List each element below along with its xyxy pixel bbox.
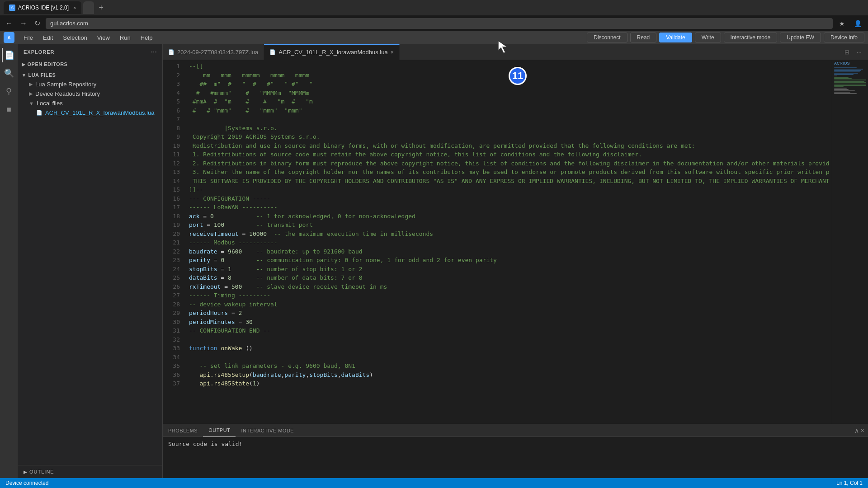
sidebar-item-device-readouts-label: Device Readouts History: [35, 90, 100, 97]
menu-run[interactable]: Run: [115, 33, 135, 43]
split-editor-button[interactable]: ⊞: [842, 48, 852, 56]
panel-collapse-button[interactable]: ∧: [854, 427, 859, 434]
outline-section-header[interactable]: ▶ Outline: [24, 469, 157, 474]
more-actions-button[interactable]: ···: [854, 48, 864, 56]
profile-button[interactable]: 👤: [851, 20, 864, 27]
folder-open-icon: ▼: [29, 101, 34, 106]
menu-file[interactable]: File: [19, 33, 38, 43]
tab2-icon: 📄: [269, 49, 276, 55]
browser-tab-inactive[interactable]: [83, 1, 94, 14]
tab-favicon: A: [9, 5, 15, 11]
read-button[interactable]: Read: [630, 33, 657, 42]
panel-content: Source code is valid!: [163, 437, 868, 478]
write-button[interactable]: Write: [695, 33, 721, 42]
activity-bar: 📄 🔍 ⚲ ■: [0, 44, 18, 478]
menu-edit[interactable]: Edit: [38, 33, 57, 43]
panel-tab-interactive[interactable]: Interactive Mode: [236, 424, 299, 437]
activity-explorer[interactable]: 📄: [2, 48, 16, 62]
open-editors-label: Open Editors: [28, 61, 68, 67]
editor-area: 📄 2024-09-27T08:03:43.797Z.lua 📄 ACR_CV_…: [163, 44, 868, 478]
menu-bar: A File Edit Selection View Run Help Disc…: [0, 31, 868, 44]
sidebar-item-local-files[interactable]: ▼ Local files: [18, 99, 162, 108]
forward-button[interactable]: →: [18, 19, 29, 28]
editor-tab-2[interactable]: 📄 ACR_CV_101L_R_X_lorawanModbus.lua ×: [264, 44, 399, 60]
panel: Problems Output Interactive Mode ∧ × Sou…: [163, 424, 868, 478]
activity-search[interactable]: 🔍: [2, 66, 16, 80]
editor-tab-1-label: 2024-09-27T08:03:43.797Z.lua: [177, 49, 258, 56]
sidebar-outline: ▶ Outline: [18, 465, 162, 478]
editor-tab-actions: ⊞ ···: [842, 48, 868, 56]
code-editor[interactable]: 12345 678910 1112131415 1617181920 21222…: [163, 60, 868, 424]
app-logo: A: [4, 32, 14, 43]
output-text: Source code is valid!: [168, 441, 242, 447]
editor-tabs: 📄 2024-09-27T08:03:43.797Z.lua 📄 ACR_CV_…: [163, 44, 868, 60]
lua-files-section: ▼ Lua Files ▶ Lua Sample Repository ▶ De…: [18, 70, 162, 119]
tab-title: ACRIOS IDE [v1.2.0]: [18, 5, 69, 11]
back-button[interactable]: ←: [4, 19, 14, 28]
sidebar-more-button[interactable]: ···: [151, 48, 157, 56]
panel-tabs: Problems Output Interactive Mode ∧ ×: [163, 424, 868, 437]
refresh-button[interactable]: ↻: [33, 19, 42, 28]
outline-label: Outline: [29, 469, 54, 474]
sidebar-header: Explorer ···: [18, 44, 162, 60]
open-editors-chevron: ▶: [22, 62, 26, 67]
sidebar-item-local-files-label: Local files: [37, 100, 63, 107]
main-content: 📄 🔍 ⚲ ■ Explorer ··· ▶ Open Editors ▼ Lu…: [0, 44, 868, 478]
device-connected-status: Device connected: [5, 480, 48, 486]
device-info-button[interactable]: Device Info: [824, 33, 864, 42]
update-fw-button[interactable]: Update FW: [780, 33, 821, 42]
new-tab-button[interactable]: +: [96, 3, 106, 13]
menu-view[interactable]: View: [93, 33, 114, 43]
panel-tab-actions: ∧ ×: [854, 427, 868, 434]
tab-bar: A ACRIOS IDE [v1.2.0] × +: [4, 1, 106, 14]
interactive-mode-button[interactable]: Interactive mode: [724, 33, 778, 42]
editor-tab-2-label: ACR_CV_101L_R_X_lorawanModbus.lua: [278, 49, 387, 56]
tab2-close-button[interactable]: ×: [391, 49, 394, 56]
minimap-code: [832, 66, 868, 95]
sidebar-item-acr-file[interactable]: 📄 ACR_CV_101L_R_X_lorawanModbus.lua: [18, 108, 162, 117]
outline-chevron: ▶: [24, 469, 28, 474]
tab1-icon: 📄: [168, 49, 175, 55]
lua-files-chevron: ▼: [22, 73, 26, 78]
browser-chrome: A ACRIOS IDE [v1.2.0] × +: [0, 0, 868, 16]
editor-tab-1[interactable]: 📄 2024-09-27T08:03:43.797Z.lua: [163, 44, 264, 60]
folder-icon-2: ▶: [29, 91, 33, 97]
panel-close-button[interactable]: ×: [861, 427, 864, 434]
disconnect-button[interactable]: Disconnect: [587, 33, 627, 42]
cursor-position: Ln 1, Col 1: [836, 480, 863, 486]
status-bar: Device connected Ln 1, Col 1: [0, 478, 868, 488]
app: A File Edit Selection View Run Help Disc…: [0, 31, 868, 488]
sidebar-item-lua-sample[interactable]: ▶ Lua Sample Repository: [18, 80, 162, 89]
menu-selection[interactable]: Selection: [58, 33, 91, 43]
open-editors-section: ▶ Open Editors: [18, 60, 162, 70]
tab-close-button[interactable]: ×: [73, 5, 76, 10]
sidebar-item-lua-sample-label: Lua Sample Repository: [35, 81, 96, 88]
menu-help[interactable]: Help: [136, 33, 157, 43]
validate-button[interactable]: Validate: [659, 33, 692, 42]
bookmark-button[interactable]: ★: [836, 20, 848, 27]
sidebar: Explorer ··· ▶ Open Editors ▼ Lua Files …: [18, 44, 163, 478]
activity-extensions[interactable]: ■: [2, 102, 16, 117]
folder-icon: ▶: [29, 81, 33, 87]
status-right: Ln 1, Col 1: [836, 480, 863, 486]
sidebar-item-device-readouts[interactable]: ▶ Device Readouts History: [18, 89, 162, 99]
status-left: Device connected: [5, 480, 48, 486]
minimap-header: ACRIOS: [832, 60, 868, 66]
sidebar-item-acr-file-label: ACR_CV_101L_R_X_lorawanModbus.lua: [45, 109, 154, 116]
lua-files-header[interactable]: ▼ Lua Files: [18, 70, 162, 80]
code-content[interactable]: --[[ mm mmm mmmmm mmmm mmmm ## m" # " # …: [185, 60, 832, 424]
address-bar-row: ← → ↻ ★ 👤: [0, 16, 868, 31]
browser-tab-active[interactable]: A ACRIOS IDE [v1.2.0] ×: [4, 1, 81, 14]
address-bar-input[interactable]: [46, 18, 833, 29]
minimap: ACRIOS: [832, 60, 868, 424]
open-editors-header[interactable]: ▶ Open Editors: [18, 60, 162, 69]
activity-git[interactable]: ⚲: [2, 84, 16, 99]
lua-files-label: Lua Files: [28, 72, 56, 78]
line-numbers: 12345 678910 1112131415 1617181920 21222…: [163, 60, 185, 424]
lua-file-icon: 📄: [36, 110, 42, 116]
sidebar-title: Explorer: [24, 49, 55, 55]
panel-tab-output[interactable]: Output: [203, 424, 236, 437]
panel-tab-problems[interactable]: Problems: [163, 424, 203, 437]
